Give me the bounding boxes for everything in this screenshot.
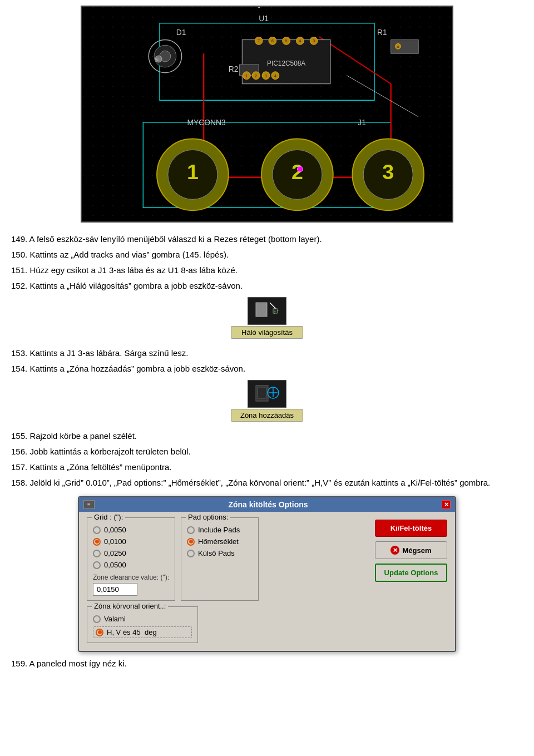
pad-radio-2[interactable] (187, 550, 195, 557)
svg-text:2: 2 (255, 74, 257, 78)
svg-text:a: a (258, 7, 260, 8)
svg-text:+: + (274, 309, 276, 314)
pcb-svg: D1 u U1 PIC12C508A a 7 6 5 4 3 (82, 7, 452, 221)
grid-radio-1[interactable] (93, 538, 101, 546)
svg-text:5: 5 (285, 39, 288, 43)
svg-text:D1: D1 (176, 28, 186, 37)
step-num-159: 159. (11, 659, 27, 668)
step-text-151: Húzz egy csíkot a J1 3-as lába és az U1 … (29, 265, 238, 275)
step-151: 151. Húzz egy csíkot a J1 3-as lába és a… (11, 264, 523, 277)
dialog-bottom-row: Zóna körvonal orient..: Valami H, V és 4… (87, 606, 368, 643)
step-159: 159. A paneled most így néz ki. (11, 659, 523, 668)
step-153: 153. Kattints a J1 3-as lábára. Sárga sz… (11, 347, 523, 360)
step-155: 155. Rajzold körbe a panel szélét. (11, 429, 523, 443)
svg-rect-31 (391, 39, 418, 53)
grid-group-label: Grid : ("): (92, 513, 125, 521)
dialog-title: Zóna kitöltés Options (228, 500, 308, 509)
dialog-close-button[interactable]: ✕ (442, 500, 451, 509)
step-text-155: Rajzold körbe a panel szélét. (29, 431, 137, 441)
svg-text:1: 1 (245, 74, 248, 78)
step-num-154: 154. (11, 364, 27, 373)
pad-option-1[interactable]: Hőmérséklet (187, 537, 253, 546)
step-num-158: 158. (11, 478, 27, 487)
step-num-151: 151. (11, 265, 27, 275)
step-num-149: 149. (11, 234, 27, 244)
step-num-157: 157. (11, 462, 27, 472)
zone-clearance-section: Zone clearance value: ("): (93, 574, 169, 596)
svg-text:MYCONN3: MYCONN3 (187, 118, 226, 127)
grid-option-2[interactable]: 0,0250 (93, 549, 169, 557)
dialog-body: Grid : ("): 0,0050 0,0100 (79, 512, 455, 651)
orient-option-0[interactable]: Valami (93, 615, 192, 623)
step-149: 149. A felső eszköz-sáv lenyíló menüjébő… (11, 233, 523, 246)
svg-text:R2: R2 (229, 65, 239, 73)
svg-text:3: 3 (265, 74, 267, 78)
step-text-156: Jobb kattintás a körberajzolt területen … (29, 447, 190, 456)
step-num-150: 150. (11, 250, 27, 259)
zona-dialog: ≡ Zóna kitöltés Options ✕ Grid : ("): 0,… (78, 496, 456, 652)
grid-option-1[interactable]: 0,0100 (93, 537, 169, 546)
step-text-150: Kattints az „Add tracks and vias” gombra… (29, 250, 229, 259)
step-text-158: Jelöld ki „Grid” 0.010”, „Pad options:” … (29, 478, 490, 487)
svg-text:6: 6 (271, 39, 274, 43)
svg-point-52 (297, 166, 303, 172)
zona-btn-label: Zóna hozzáadás (231, 409, 303, 422)
cancel-button[interactable]: ✕ Mégsem (375, 541, 447, 559)
pad-radio-0[interactable] (187, 526, 195, 534)
svg-rect-56 (256, 303, 267, 317)
step-text-157: Kattints a „Zóna feltöltés” menüpontra. (29, 462, 171, 472)
grid-option-0[interactable]: 0,0050 (93, 526, 169, 534)
dialog-right-buttons: Ki/Fel-töltés ✕ Mégsem Update Options (375, 517, 447, 643)
step-156: 156. Jobb kattintás a körberajzolt terül… (11, 445, 523, 458)
dialog-titlebar: ≡ Zóna kitöltés Options ✕ (79, 497, 455, 512)
orient-option-1[interactable]: H, V és 45 deg (93, 626, 192, 638)
step-text-149: A felső eszköz-sáv lenyíló menüjéből vál… (29, 234, 322, 244)
pad-radio-1[interactable] (187, 538, 195, 546)
update-button[interactable]: Update Options (375, 564, 447, 582)
pad-options-list: Include Pads Hőmérséklet Külső Pads (187, 526, 253, 557)
zone-orient-label: Zóna körvonal orient..: (92, 602, 168, 610)
grid-radio-3[interactable] (93, 561, 101, 569)
zona-btn-container: Zóna hozzáadás (11, 380, 523, 422)
cancel-icon: ✕ (390, 546, 399, 555)
svg-text:4: 4 (274, 74, 276, 78)
pcb-image: D1 u U1 PIC12C508A a 7 6 5 4 3 (81, 6, 453, 223)
zone-clearance-label: Zone clearance value: ("): (93, 574, 169, 581)
grid-option-3[interactable]: 0,0500 (93, 561, 169, 569)
svg-text:U1: U1 (259, 14, 269, 23)
orient-radio-1[interactable] (96, 629, 103, 636)
pad-option-0[interactable]: Include Pads (187, 526, 253, 534)
dialog-title-icon: ≡ (83, 500, 95, 509)
step-text-159: A paneled most így néz ki. (29, 659, 127, 668)
step-text-154: Kattints a „Zóna hozzáadás” gombra a job… (29, 364, 245, 373)
zone-clearance-input[interactable] (93, 583, 137, 596)
svg-rect-62 (258, 387, 266, 398)
step-text-153: Kattints a J1 3-as lábára. Sárga színű l… (29, 348, 188, 358)
step-num-155: 155. (11, 431, 27, 441)
halo-btn-container: + Háló világosítás (11, 297, 523, 339)
pad-options-group: Pad options: Include Pads Hőmérséklet (181, 517, 259, 601)
dialog-left-mid: Grid : ("): 0,0050 0,0100 (87, 517, 368, 643)
orient-radio-0[interactable] (93, 615, 101, 623)
svg-text:u: u (397, 45, 399, 48)
grid-radio-2[interactable] (93, 550, 101, 557)
grid-options: 0,0050 0,0100 0,0250 (93, 526, 169, 569)
page-container: D1 u U1 PIC12C508A a 7 6 5 4 3 (0, 0, 534, 674)
zone-orient-group: Zóna körvonal orient..: Valami H, V és 4… (87, 606, 198, 643)
step-158: 158. Jelöld ki „Grid” 0.010”, „Pad optio… (11, 476, 523, 490)
svg-text:7: 7 (258, 39, 260, 43)
grid-radio-0[interactable] (93, 526, 101, 534)
step-157: 157. Kattints a „Zóna feltöltés” menüpon… (11, 461, 523, 474)
step-num-156: 156. (11, 447, 27, 456)
svg-text:J1: J1 (358, 118, 366, 127)
svg-text:3: 3 (382, 160, 394, 184)
fill-button[interactable]: Ki/Fel-töltés (375, 520, 447, 537)
step-150: 150. Kattints az „Add tracks and vias” g… (11, 248, 523, 261)
pad-options-label: Pad options: (186, 513, 230, 521)
svg-text:4: 4 (299, 39, 301, 43)
pad-option-2[interactable]: Külső Pads (187, 549, 253, 557)
step-152: 152. Kattints a „Háló világosítás” gombr… (11, 279, 523, 293)
grid-group: Grid : ("): 0,0050 0,0100 (87, 517, 175, 601)
step-text-152: Kattints a „Háló világosítás” gombra a j… (29, 281, 243, 290)
svg-text:R1: R1 (377, 28, 387, 37)
